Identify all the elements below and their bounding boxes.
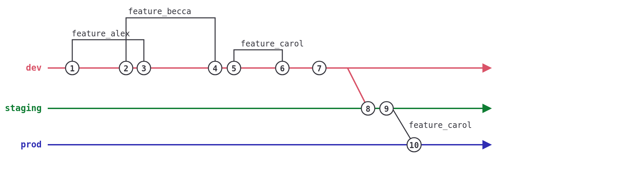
feature-becca-label: feature_becca [128, 7, 191, 16]
commit-5: 5 [227, 61, 241, 75]
svg-text:5: 5 [232, 64, 236, 73]
commit-7: 7 [313, 61, 326, 75]
git-branch-diagram: dev staging prod feature_carol feature_a… [0, 0, 644, 172]
svg-text:8: 8 [366, 104, 370, 114]
feature-carol-hotfix-label: feature_carol [409, 121, 472, 130]
svg-text:9: 9 [384, 104, 389, 114]
lane-dev-label: dev [26, 63, 42, 73]
commit-4: 4 [208, 61, 222, 75]
svg-text:4: 4 [213, 64, 217, 73]
svg-text:10: 10 [409, 141, 419, 150]
commit-2: 2 [119, 61, 133, 75]
feature-alex-bracket [72, 40, 144, 62]
commit-10: 10 [407, 138, 421, 152]
commit-6: 6 [276, 61, 289, 75]
commit-3: 3 [137, 61, 151, 75]
feature-carol-bracket [234, 50, 282, 62]
svg-text:2: 2 [124, 64, 128, 73]
commit-1: 1 [66, 61, 79, 75]
svg-text:7: 7 [317, 64, 322, 73]
feature-carol-label: feature_carol [241, 39, 304, 48]
lane-staging-label: staging [5, 103, 42, 113]
svg-text:6: 6 [280, 64, 285, 73]
svg-text:3: 3 [142, 64, 146, 73]
commit-8: 8 [361, 102, 375, 115]
svg-text:1: 1 [70, 64, 75, 73]
feature-alex-label: feature_alex [72, 29, 130, 38]
commit-9: 9 [380, 102, 393, 115]
lane-prod-label: prod [21, 139, 42, 149]
